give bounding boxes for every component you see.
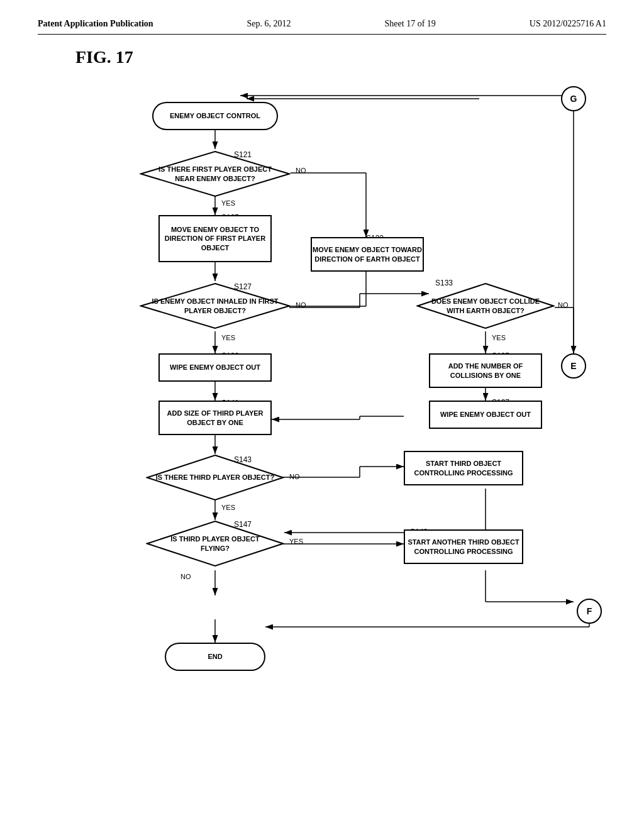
g-connector: G <box>561 86 586 111</box>
publication-label: Patent Application Publication <box>38 19 153 29</box>
d143-yes-label: YES <box>221 504 235 511</box>
end-terminal: END <box>165 643 265 671</box>
d147-diamond: IS THIRD PLAYER OBJECT FLYING? <box>146 520 284 567</box>
d147-no-label: NO <box>180 573 191 580</box>
p149-process: START ANOTHER THIRD OBJECT CONTROLLING P… <box>404 529 523 564</box>
p125-process: MOVE ENEMY OBJECT TO DIRECTION OF FIRST … <box>158 215 272 262</box>
patent-label: US 2012/0225716 A1 <box>530 19 606 29</box>
d143-no-label: NO <box>289 473 300 480</box>
p141-process: ADD SIZE OF THIRD PLAYER OBJECT BY ONE <box>158 401 272 435</box>
d127-yes-label: YES <box>221 334 235 341</box>
page: Patent Application Publication Sep. 6, 2… <box>0 0 644 830</box>
d133-yes-label: YES <box>492 334 506 341</box>
arrows-svg <box>52 80 592 790</box>
flowchart: G ENEMY OBJECT CONTROL S121 IS THERE FIR… <box>52 80 592 790</box>
f-connector: F <box>577 599 602 624</box>
date-label: Sep. 6, 2012 <box>247 19 291 29</box>
d143-diamond: IS THERE THIRD PLAYER OBJECT? <box>146 454 284 501</box>
d121-yes-label: YES <box>221 199 235 207</box>
d133-no-label: NO <box>558 301 569 309</box>
start-terminal: ENEMY OBJECT CONTROL <box>152 102 278 130</box>
d147-yes-label: YES <box>289 538 303 545</box>
d133-diamond: DOES ENEMY OBJECT COLLIDE WITH EARTH OBJ… <box>416 282 555 329</box>
p137-process: WIPE ENEMY OBJECT OUT <box>429 401 542 429</box>
sheet-label: Sheet 17 of 19 <box>385 19 436 29</box>
p145-process: START THIRD OBJECT CONTROLLING PROCESSIN… <box>404 451 523 485</box>
p123-process: MOVE ENEMY OBJECT TOWARD DIRECTION OF EA… <box>311 237 424 272</box>
d127-diamond: IS ENEMY OBJECT INHALED IN FIRST PLAYER … <box>140 282 291 329</box>
figure-title: FIG. 17 <box>75 47 606 67</box>
page-header: Patent Application Publication Sep. 6, 2… <box>38 19 606 35</box>
p135-process: ADD THE NUMBER OF COLLISIONS BY ONE <box>429 353 542 388</box>
d121-no-label: NO <box>296 167 306 174</box>
d127-no-label: NO <box>296 301 306 309</box>
e-connector: E <box>561 353 586 379</box>
d121-diamond: IS THERE FIRST PLAYER OBJECT NEAR ENEMY … <box>140 150 291 197</box>
p139-process: WIPE ENEMY OBJECT OUT <box>158 353 272 382</box>
